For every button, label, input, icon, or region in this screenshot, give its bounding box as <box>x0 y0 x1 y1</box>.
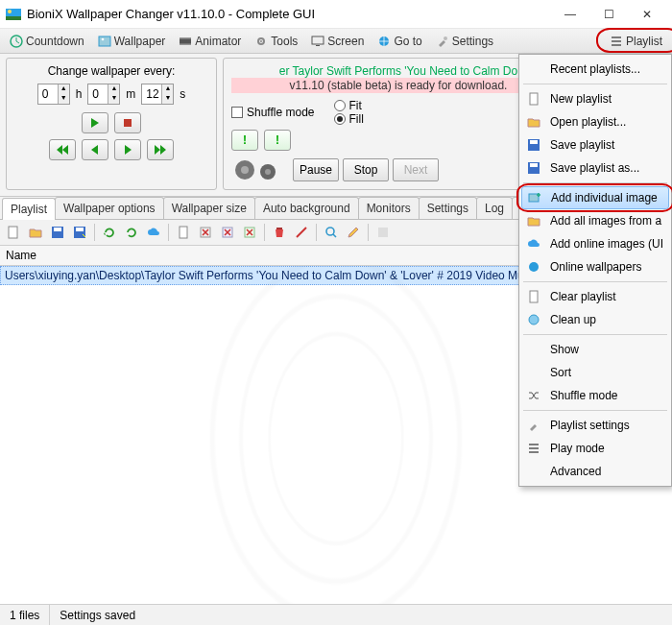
window-title: BioniX Wallpaper Changer v11.10.0 - Comp… <box>27 7 551 21</box>
dd-add-all-images[interactable]: Add all images from a <box>519 209 671 232</box>
svg-point-14 <box>444 36 447 40</box>
tab-wallpaper-options[interactable]: Wallpaper options <box>55 197 164 219</box>
tb-find-icon[interactable] <box>322 223 341 242</box>
update-banner[interactable]: v11.10 (stable beta) is ready for downlo… <box>231 78 565 93</box>
menu-screen[interactable]: Screen <box>305 32 370 51</box>
menu-countdown[interactable]: Countdown <box>4 32 90 51</box>
shuffle-icon <box>527 389 540 402</box>
menu-playlist[interactable]: Playlist <box>604 32 668 51</box>
tab-playlist[interactable]: Playlist <box>2 198 56 220</box>
tb-refresh-icon[interactable] <box>100 223 119 242</box>
tb-del4-icon[interactable] <box>292 223 311 242</box>
tab-settings[interactable]: Settings <box>419 197 477 219</box>
play-button[interactable] <box>82 112 108 133</box>
hours-input[interactable]: 0▲▼ <box>37 84 70 105</box>
menu-animator[interactable]: Animator <box>173 32 247 51</box>
shuffle-checkbox[interactable]: Shuffle mode <box>231 106 315 119</box>
first-icon <box>56 145 69 155</box>
fill-radio[interactable]: Fill <box>334 112 364 126</box>
dd-save-playlist-as[interactable]: Save playlist as... <box>519 156 671 180</box>
dd-sort[interactable]: Sort <box>519 361 671 384</box>
film-icon <box>179 35 192 48</box>
pause-button[interactable]: Pause <box>293 158 339 181</box>
tb-edit-icon[interactable] <box>344 223 363 242</box>
menu-goto[interactable]: Go to <box>372 32 427 51</box>
tab-monitors[interactable]: Monitors <box>358 197 420 219</box>
status-bar: 1 files Settings saved <box>0 604 672 625</box>
blank-doc-icon <box>527 290 540 303</box>
tab-log[interactable]: Log <box>476 197 513 219</box>
tb-refresh2-icon[interactable] <box>122 223 141 242</box>
tb-del1-icon[interactable] <box>196 223 215 242</box>
dd-open-playlist[interactable]: Open playlist... <box>519 110 671 133</box>
globe-small-icon <box>527 260 540 274</box>
monitor-icon <box>311 35 324 48</box>
next-main-button[interactable]: Next <box>393 158 439 181</box>
dd-clean-up[interactable]: Clean up <box>519 308 671 331</box>
app-icon <box>6 7 21 22</box>
last-icon <box>154 145 167 155</box>
fit-radio[interactable]: Fit <box>334 99 364 112</box>
dd-show[interactable]: Show <box>519 338 671 361</box>
minimize-button[interactable]: — <box>551 0 589 29</box>
dd-advanced[interactable]: Advanced <box>519 460 671 483</box>
svg-point-2 <box>8 10 12 13</box>
dd-save-playlist[interactable]: Save playlist <box>519 133 671 156</box>
wrench-icon <box>436 35 449 48</box>
dd-shuffle-mode[interactable]: Shuffle mode <box>519 384 671 407</box>
tb-cloud-icon[interactable] <box>144 223 163 242</box>
minutes-input[interactable]: 0▲▼ <box>87 84 120 105</box>
playlist-dropdown: Recent playlists... New playlist Open pl… <box>518 54 672 487</box>
dd-play-mode[interactable]: Play mode <box>519 437 671 460</box>
last-button[interactable] <box>147 139 174 160</box>
dd-add-individual-image[interactable]: Add individual image <box>521 186 669 209</box>
svg-point-19 <box>265 169 271 175</box>
list-icon <box>527 442 540 455</box>
prev-button[interactable] <box>82 139 108 160</box>
tb-save-icon[interactable] <box>48 223 67 242</box>
svg-rect-12 <box>316 45 320 46</box>
stop-button[interactable]: Stop <box>343 158 389 181</box>
svg-rect-39 <box>530 291 538 302</box>
svg-point-30 <box>326 228 334 235</box>
stop-small-button[interactable] <box>114 112 141 133</box>
dd-online-wallpapers[interactable]: Online wallpapers <box>519 255 671 278</box>
tb-trash-icon[interactable] <box>270 223 289 242</box>
svg-rect-29 <box>276 228 282 229</box>
dd-recent-playlists[interactable]: Recent playlists... <box>519 58 671 81</box>
tb-open-icon[interactable] <box>26 223 45 242</box>
tb-new-icon[interactable] <box>4 223 23 242</box>
tb-extra-icon[interactable] <box>373 223 393 242</box>
clock-icon <box>10 35 23 48</box>
svg-rect-24 <box>76 228 84 231</box>
tab-auto-background[interactable]: Auto background <box>254 197 359 219</box>
svg-point-17 <box>241 166 249 174</box>
next-icon <box>123 145 132 155</box>
tb-del3-icon[interactable] <box>240 223 259 242</box>
dd-add-online-images[interactable]: Add online images (UI <box>519 232 671 255</box>
tab-wallpaper-size[interactable]: Wallpaper size <box>163 197 255 219</box>
dd-clear-playlist[interactable]: Clear playlist <box>519 285 671 308</box>
tb-saveas-icon[interactable] <box>70 223 89 242</box>
svg-rect-4 <box>99 36 110 46</box>
tb-doc-icon[interactable] <box>174 223 193 242</box>
svg-point-5 <box>101 37 104 40</box>
svg-point-38 <box>529 262 539 272</box>
gear-icon <box>254 35 268 48</box>
info-button-1[interactable]: ! <box>231 130 258 151</box>
info-button-2[interactable]: ! <box>264 130 291 151</box>
menu-wallpaper[interactable]: Wallpaper <box>92 32 172 51</box>
svg-rect-31 <box>378 228 388 237</box>
maximize-button[interactable]: ☐ <box>589 0 628 29</box>
menu-settings[interactable]: Settings <box>430 32 499 51</box>
next-button[interactable] <box>114 139 141 160</box>
dd-playlist-settings[interactable]: Playlist settings <box>519 414 671 437</box>
menu-tools[interactable]: Tools <box>249 32 303 51</box>
seconds-input[interactable]: 12▲▼ <box>141 84 174 105</box>
close-button[interactable]: ✕ <box>628 0 666 29</box>
first-button[interactable] <box>49 139 76 160</box>
change-interval-label: Change wallpaper every: <box>14 64 208 78</box>
svg-rect-20 <box>9 227 17 238</box>
dd-new-playlist[interactable]: New playlist <box>519 87 671 110</box>
tb-del2-icon[interactable] <box>218 223 237 242</box>
